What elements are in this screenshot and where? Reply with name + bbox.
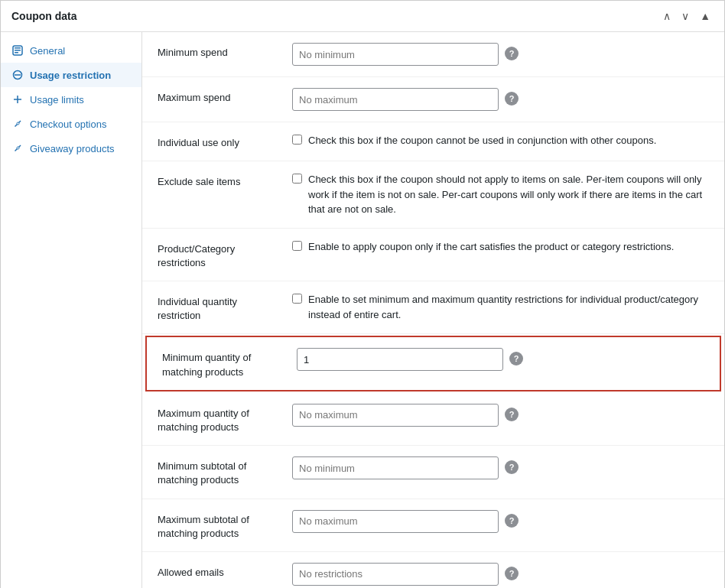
sidebar-item-giveaway-products-label: Giveaway products [30, 143, 115, 154]
max-subtotal-matching-help-icon[interactable]: ? [505, 514, 519, 528]
collapse-up-button[interactable]: ∧ [660, 8, 674, 24]
allowed-emails-input[interactable] [292, 563, 499, 586]
product-category-checkbox[interactable] [292, 241, 302, 251]
maximum-spend-field: ? [292, 88, 709, 111]
sidebar-item-usage-restriction[interactable]: Usage restriction [1, 63, 141, 87]
individual-use-checkbox[interactable] [292, 135, 302, 145]
svg-rect-3 [15, 52, 18, 54]
min-quantity-matching-row: Minimum quantity of matching products ? [145, 336, 721, 391]
individual-use-checkbox-label: Check this box if the coupon cannot be u… [308, 133, 656, 148]
tag-icon [11, 44, 24, 57]
min-quantity-matching-input[interactable] [297, 348, 503, 371]
individual-quantity-label: Individual quantity restriction [158, 292, 280, 323]
max-subtotal-matching-input[interactable] [292, 510, 499, 533]
sidebar-item-checkout-options[interactable]: Checkout options [1, 112, 141, 136]
max-quantity-matching-label: Maximum quantity of matching products [158, 404, 280, 434]
minimum-spend-label: Minimum spend [158, 43, 280, 60]
min-quantity-matching-label: Minimum quantity of matching products [162, 348, 284, 378]
coupon-data-panel: Coupon data ∧ ∨ ▲ General [0, 0, 725, 588]
exclude-sale-checkbox-row: Check this box if the coupon should not … [292, 172, 709, 217]
panel-body: General Usage restriction [1, 32, 724, 588]
individual-quantity-checkbox[interactable] [292, 294, 302, 304]
product-category-checkbox-row: Enable to apply coupon only if the cart … [292, 239, 674, 255]
expand-button[interactable]: ▲ [697, 8, 714, 24]
maximum-spend-input[interactable] [292, 88, 499, 111]
individual-quantity-checkbox-row: Enable to set minimum and maximum quanti… [292, 292, 709, 322]
exclude-sale-checkbox[interactable] [292, 174, 302, 184]
collapse-down-button[interactable]: ∨ [678, 8, 692, 24]
individual-use-checkbox-row: Check this box if the coupon cannot be u… [292, 133, 656, 148]
panel-header: Coupon data ∧ ∨ ▲ [1, 1, 724, 32]
product-category-field: Enable to apply coupon only if the cart … [292, 239, 709, 255]
sidebar-item-giveaway-products[interactable]: Giveaway products [1, 136, 141, 161]
max-quantity-matching-help-icon[interactable]: ? [505, 408, 519, 421]
min-subtotal-matching-input[interactable] [292, 456, 499, 479]
ban-icon [11, 69, 24, 81]
min-quantity-matching-field: ? [297, 348, 704, 371]
exclude-sale-row: Exclude sale items Check this box if the… [142, 161, 724, 229]
minimum-spend-help-icon[interactable]: ? [505, 47, 519, 60]
product-category-row: Product/Category restrictions Enable to … [142, 229, 724, 281]
min-subtotal-matching-row: Minimum subtotal of matching products ? [142, 446, 724, 499]
sidebar-item-usage-limits[interactable]: Usage limits [1, 87, 141, 112]
max-quantity-matching-row: Maximum quantity of matching products ? [142, 393, 724, 446]
minimum-spend-row: Minimum spend ? [142, 32, 724, 77]
max-subtotal-matching-label: Maximum subtotal of matching products [158, 510, 280, 541]
sidebar-item-checkout-options-label: Checkout options [30, 119, 106, 130]
min-subtotal-matching-label: Minimum subtotal of matching products [158, 456, 280, 487]
sidebar-item-general[interactable]: General [1, 38, 141, 63]
gift-icon [11, 142, 24, 154]
wrench-icon [11, 118, 24, 130]
svg-point-9 [17, 147, 19, 149]
sidebar: General Usage restriction [1, 32, 142, 588]
individual-use-row: Individual use only Check this box if th… [142, 122, 724, 161]
max-subtotal-matching-row: Maximum subtotal of matching products ? [142, 499, 724, 552]
allowed-emails-field: ? [292, 563, 709, 586]
exclude-sale-label: Exclude sale items [158, 172, 280, 189]
sidebar-item-usage-restriction-label: Usage restriction [30, 70, 111, 81]
minimum-spend-field: ? [292, 43, 709, 66]
maximum-spend-help-icon[interactable]: ? [505, 92, 519, 106]
min-quantity-matching-help-icon[interactable]: ? [509, 352, 523, 365]
exclude-sale-checkbox-label: Check this box if the coupon should not … [308, 172, 709, 217]
min-subtotal-matching-field: ? [292, 456, 709, 479]
svg-rect-1 [15, 47, 21, 49]
individual-quantity-checkbox-label: Enable to set minimum and maximum quanti… [308, 292, 709, 322]
panel-title: Coupon data [11, 10, 77, 22]
min-subtotal-matching-help-icon[interactable]: ? [505, 460, 519, 474]
individual-use-label: Individual use only [158, 133, 280, 150]
maximum-spend-row: Maximum spend ? [142, 77, 724, 122]
content-area: Minimum spend ? Maximum spend ? Individu… [142, 32, 724, 588]
exclude-sale-field: Check this box if the coupon should not … [292, 172, 709, 217]
header-controls: ∧ ∨ ▲ [660, 8, 714, 24]
plus-icon [11, 93, 24, 106]
max-quantity-matching-input[interactable] [292, 404, 499, 427]
allowed-emails-label: Allowed emails [158, 563, 280, 580]
svg-rect-2 [15, 50, 21, 51]
product-category-label: Product/Category restrictions [158, 239, 280, 270]
sidebar-item-general-label: General [30, 45, 65, 57]
allowed-emails-row: Allowed emails ? [142, 552, 724, 588]
svg-point-8 [17, 122, 19, 125]
max-quantity-matching-field: ? [292, 404, 709, 427]
minimum-spend-input[interactable] [292, 43, 499, 66]
max-subtotal-matching-field: ? [292, 510, 709, 533]
product-category-checkbox-label: Enable to apply coupon only if the cart … [308, 239, 674, 255]
sidebar-item-usage-limits-label: Usage limits [30, 94, 84, 106]
individual-use-field: Check this box if the coupon cannot be u… [292, 133, 709, 148]
individual-quantity-field: Enable to set minimum and maximum quanti… [292, 292, 709, 322]
individual-quantity-row: Individual quantity restriction Enable t… [142, 281, 724, 334]
allowed-emails-help-icon[interactable]: ? [505, 567, 519, 580]
maximum-spend-label: Maximum spend [158, 88, 280, 105]
